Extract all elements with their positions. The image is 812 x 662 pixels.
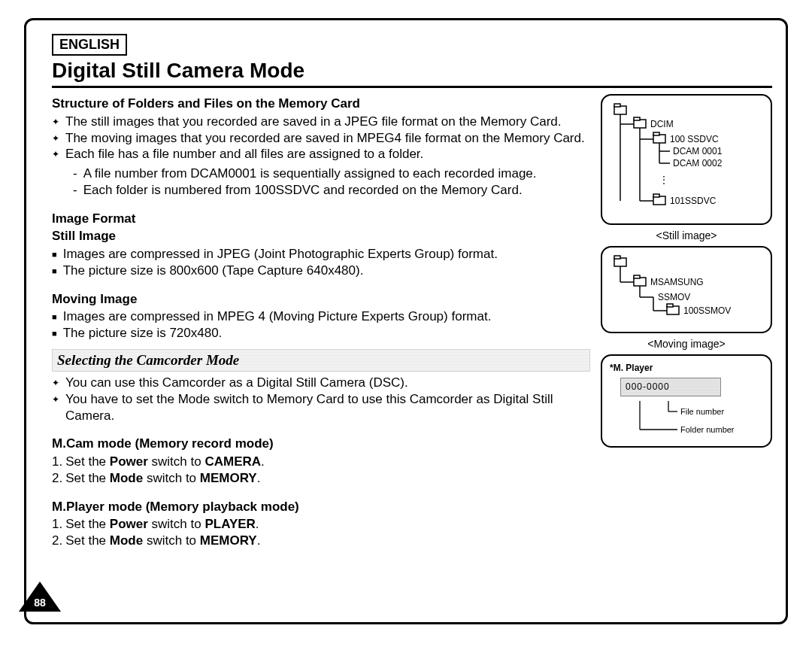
tree-label: SSMOV (658, 292, 690, 302)
image-format-heading: Image Format (52, 211, 590, 227)
list-item-text: The picture size is 720x480. (63, 325, 223, 342)
list-item-text: You have to set the Mode switch to Memor… (65, 391, 590, 424)
svg-rect-18 (614, 256, 620, 259)
structure-list: The still images that you recorded are s… (52, 114, 590, 162)
mcam-steps: Set the Power switch to CAMERA. Set the … (52, 454, 590, 487)
moving-tree-diagram: MSAMSUNG SSMOV 100SSMOV (610, 255, 760, 324)
mplayer-diagram: File number Folder number (610, 401, 760, 439)
tree-label: DCAM 0001 (673, 146, 723, 156)
svg-rect-5 (634, 117, 640, 120)
mplayer-heading: M.Player mode (Memory playback mode) (52, 499, 590, 515)
still-tree-panel: DCIM 100 SSDVC DCAM 0001 DCAM 0002 ⋮ 101… (601, 94, 772, 225)
tree-label: DCIM (650, 119, 674, 129)
tree-label: DCAM 0002 (673, 158, 723, 169)
svg-rect-28 (667, 304, 673, 307)
still-image-heading: Still Image (52, 228, 590, 244)
list-item-text: Each file has a file number and all file… (65, 146, 423, 162)
list-item-text: A file number from DCAM0001 is sequentia… (83, 166, 537, 182)
list-item-text: Images are compressed in JPEG (Joint Pho… (63, 246, 498, 263)
structure-sublist: A file number from DCAM0001 is sequentia… (52, 166, 590, 199)
list-item-text: The picture size is 800x600 (Tape Captur… (63, 263, 364, 279)
moving-image-list: Images are compressed in MPEG 4 (Moving … (52, 308, 590, 342)
still-image-list: Images are compressed in JPEG (Joint Pho… (52, 246, 590, 279)
tree-label: 100 SSDVC (670, 134, 719, 144)
mplayer-title: *M. Player (610, 362, 763, 375)
language-badge: ENGLISH (52, 34, 127, 56)
page-number: 88 (19, 597, 61, 609)
section-banner: Selecting the Camcorder Mode (52, 349, 590, 372)
folder-number-label: Folder number (680, 425, 735, 434)
svg-rect-1 (614, 104, 620, 107)
tree-label: 100SSMOV (683, 305, 731, 316)
still-caption: <Still image> (601, 229, 772, 241)
list-item-text: Set the Mode switch to MEMORY. (65, 470, 260, 487)
svg-rect-15 (653, 194, 659, 197)
moving-tree-panel: MSAMSUNG SSMOV 100SSMOV (601, 246, 772, 333)
list-item-text: Set the Power switch to CAMERA. (65, 454, 265, 470)
mplayer-panel: *M. Player 000-0000 File number Folder n… (601, 354, 772, 448)
mode-list: You can use this Camcorder as a Digital … (52, 375, 590, 424)
svg-rect-22 (634, 275, 640, 278)
tree-label: MSAMSUNG (650, 277, 704, 287)
list-item-text: The still images that you recorded are s… (65, 114, 562, 130)
mplayer-display: 000-0000 (620, 378, 721, 396)
mcam-heading: M.Cam mode (Memory record mode) (52, 436, 590, 452)
structure-heading: Structure of Folders and Files on the Me… (52, 96, 590, 112)
svg-text:⋮: ⋮ (659, 175, 668, 185)
list-item-text: The moving images that you recorded are … (65, 130, 585, 147)
moving-caption: <Moving image> (601, 338, 772, 350)
svg-rect-9 (653, 132, 659, 135)
manual-page: ENGLISH Digital Still Camera Mode Struct… (24, 18, 788, 624)
list-item-text: Each folder is numbered from 100SSDVC an… (83, 182, 523, 199)
still-tree-diagram: DCIM 100 SSDVC DCAM 0001 DCAM 0002 ⋮ 101… (610, 103, 760, 216)
mplayer-steps: Set the Power switch to PLAYER. Set the … (52, 516, 590, 549)
list-item-text: Images are compressed in MPEG 4 (Moving … (63, 308, 492, 325)
tree-label: 101SSDVC (670, 196, 717, 206)
page-title: Digital Still Camera Mode (52, 59, 772, 88)
list-item-text: Set the Mode switch to MEMORY. (65, 533, 260, 549)
list-item-text: You can use this Camcorder as a Digital … (65, 375, 408, 391)
file-number-label: File number (680, 407, 724, 416)
main-text-column: Structure of Folders and Files on the Me… (52, 94, 590, 552)
list-item-text: Set the Power switch to PLAYER. (65, 516, 259, 533)
moving-image-heading: Moving Image (52, 291, 590, 308)
diagram-column: DCIM 100 SSDVC DCAM 0001 DCAM 0002 ⋮ 101… (601, 94, 772, 552)
